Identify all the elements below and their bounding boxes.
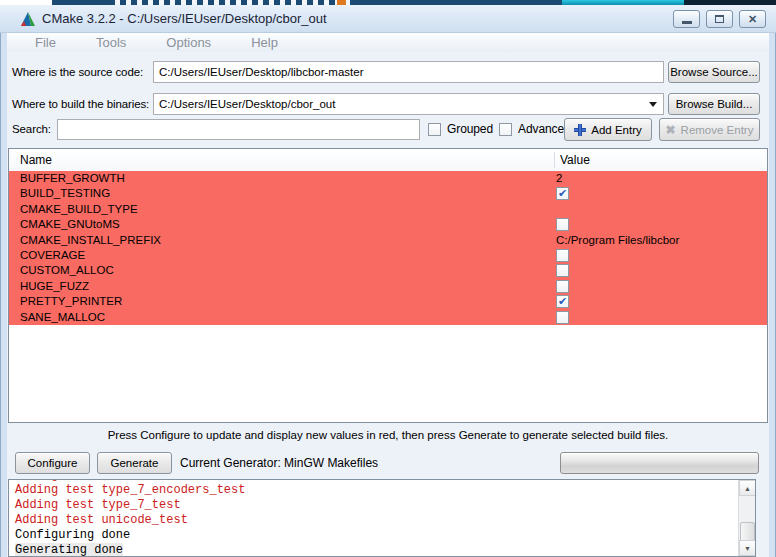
table-row[interactable]: CMAKE_BUILD_TYPE	[9, 202, 767, 217]
configure-hint-text: Press Configure to update and display ne…	[8, 429, 768, 441]
log-text: Adding test ...	[15, 479, 123, 482]
cache-entry-name: BUILD_TESTING	[9, 186, 556, 201]
log-text: Adding test type_7_test	[15, 498, 181, 512]
minimize-button[interactable]	[673, 10, 700, 28]
cache-entry-name: CUSTOM_ALLOC	[9, 263, 556, 278]
value-checkbox[interactable]	[556, 218, 569, 231]
configure-button[interactable]: Configure	[15, 452, 90, 474]
close-icon: ✕	[748, 11, 757, 27]
table-row[interactable]: CMAKE_INSTALL_PREFIXC:/Program Files/lib…	[9, 233, 767, 248]
value-text[interactable]: 2	[556, 172, 562, 184]
value-text[interactable]: C:/Program Files/libcbor	[556, 234, 679, 246]
scroll-up-icon[interactable]: ▲	[739, 480, 756, 496]
log-lines: Adding test ...Adding test type_7_encode…	[15, 479, 755, 557]
table-row[interactable]: BUILD_TESTING	[9, 186, 767, 201]
output-log[interactable]: Adding test ...Adding test type_7_encode…	[8, 479, 756, 557]
menu-item-help[interactable]: Help	[251, 33, 278, 52]
cache-entry-name: BUFFER_GROWTH	[9, 171, 556, 186]
value-checkbox[interactable]	[556, 280, 569, 293]
log-scrollbar[interactable]: ▲ ▼	[738, 480, 755, 556]
source-code-input[interactable]	[153, 61, 664, 83]
table-row[interactable]: CUSTOM_ALLOC	[9, 263, 767, 278]
cache-entry-name: COVERAGE	[9, 248, 556, 263]
title-bar: CMake 3.2.2 - C:/Users/IEUser/Desktop/cb…	[0, 5, 776, 33]
cmake-logo-icon	[20, 11, 36, 27]
column-header-name[interactable]: Name	[20, 149, 52, 171]
maximize-icon	[715, 15, 724, 23]
source-code-label: Where is the source code:	[12, 61, 143, 83]
menu-bar: FileToolsOptionsHelp	[7, 33, 769, 52]
search-label: Search:	[12, 119, 51, 140]
column-header-value[interactable]: Value	[560, 149, 590, 171]
generate-button[interactable]: Generate	[97, 452, 172, 474]
menu-item-file[interactable]: File	[35, 33, 56, 52]
window-title: CMake 3.2.2 - C:/Users/IEUser/Desktop/cb…	[42, 5, 327, 33]
log-text: Adding test unicode_test	[15, 513, 188, 527]
cache-entry-value: C:/Program Files/libcbor	[556, 233, 767, 248]
add-entry-label: Add Entry	[591, 124, 642, 136]
value-checkbox[interactable]	[556, 264, 569, 277]
screen: CMake 3.2.2 - C:/Users/IEUser/Desktop/cb…	[0, 0, 776, 557]
menu-item-options[interactable]: Options	[166, 33, 211, 52]
table-row[interactable]: HUGE_FUZZ	[9, 279, 767, 294]
table-row[interactable]: COVERAGE	[9, 248, 767, 263]
combo-dropdown-icon[interactable]	[649, 102, 657, 107]
build-binaries-label: Where to build the binaries:	[12, 93, 149, 115]
add-entry-button[interactable]: Add Entry	[564, 118, 652, 141]
cache-rows: BUFFER_GROWTH2BUILD_TESTINGCMAKE_BUILD_T…	[9, 171, 767, 325]
cache-entry-name: CMAKE_BUILD_TYPE	[9, 202, 556, 217]
advanced-checkbox[interactable]	[499, 123, 512, 136]
value-checkbox[interactable]	[556, 311, 569, 324]
browse-source-button[interactable]: Browse Source...	[668, 61, 760, 83]
value-checkbox[interactable]	[556, 295, 569, 308]
grouped-label[interactable]: Grouped	[447, 119, 493, 140]
log-line: Adding test type_7_encoders_test	[15, 483, 755, 498]
menu-item-tools[interactable]: Tools	[96, 33, 126, 52]
log-text: Configuring done	[15, 528, 130, 542]
table-row[interactable]: PRETTY_PRINTER	[9, 294, 767, 309]
log-line: Adding test unicode_test	[15, 513, 755, 528]
cache-entry-value: 2	[556, 171, 767, 186]
cache-entry-name: PRETTY_PRINTER	[9, 294, 556, 309]
cache-entry-name: SANE_MALLOC	[9, 310, 556, 325]
log-line: Configuring done	[15, 528, 755, 543]
x-icon: ✖	[666, 124, 676, 136]
cache-entry-name: HUGE_FUZZ	[9, 279, 556, 294]
cache-entry-name: CMAKE_INSTALL_PREFIX	[9, 233, 556, 248]
log-line: Adding test type_7_test	[15, 498, 755, 513]
browse-build-button[interactable]: Browse Build...	[668, 93, 760, 115]
log-line: Generating done	[15, 543, 755, 557]
cache-entry-value	[556, 310, 767, 325]
advanced-label[interactable]: Advanced	[518, 119, 571, 140]
cache-entry-value	[556, 217, 767, 232]
remove-entry-button[interactable]: ✖ Remove Entry	[659, 118, 760, 141]
cache-entry-value	[556, 279, 767, 294]
cache-entry-value	[556, 186, 767, 201]
table-row[interactable]: CMAKE_GNUtoMS	[9, 217, 767, 232]
build-path-input[interactable]	[153, 93, 664, 115]
log-text: Generating done	[15, 543, 123, 557]
plus-icon	[574, 124, 586, 136]
close-button[interactable]: ✕	[739, 10, 766, 28]
cache-entry-name: CMAKE_GNUtoMS	[9, 217, 556, 232]
grouped-checkbox[interactable]	[428, 123, 441, 136]
log-text: Adding test type_7_encoders_test	[15, 483, 245, 497]
window-controls: ✕	[673, 10, 766, 28]
maximize-button[interactable]	[706, 10, 733, 28]
cache-entry-value	[556, 202, 767, 217]
minimize-icon	[682, 21, 692, 24]
value-checkbox[interactable]	[556, 249, 569, 262]
scroll-down-icon[interactable]: ▼	[739, 540, 756, 556]
table-row[interactable]: BUFFER_GROWTH2	[9, 171, 767, 186]
cache-table: Name Value BUFFER_GROWTH2BUILD_TESTINGCM…	[8, 148, 768, 423]
cache-entry-value	[556, 294, 767, 309]
current-generator-label: Current Generator: MinGW Makefiles	[180, 452, 378, 474]
table-row[interactable]: SANE_MALLOC	[9, 310, 767, 325]
progress-bar	[560, 452, 759, 474]
cache-entry-value	[556, 248, 767, 263]
search-input[interactable]	[57, 119, 420, 140]
build-path-combobox[interactable]	[153, 93, 664, 115]
cache-table-header[interactable]: Name Value	[9, 149, 767, 172]
value-checkbox[interactable]	[556, 187, 569, 200]
column-divider[interactable]	[554, 152, 555, 168]
